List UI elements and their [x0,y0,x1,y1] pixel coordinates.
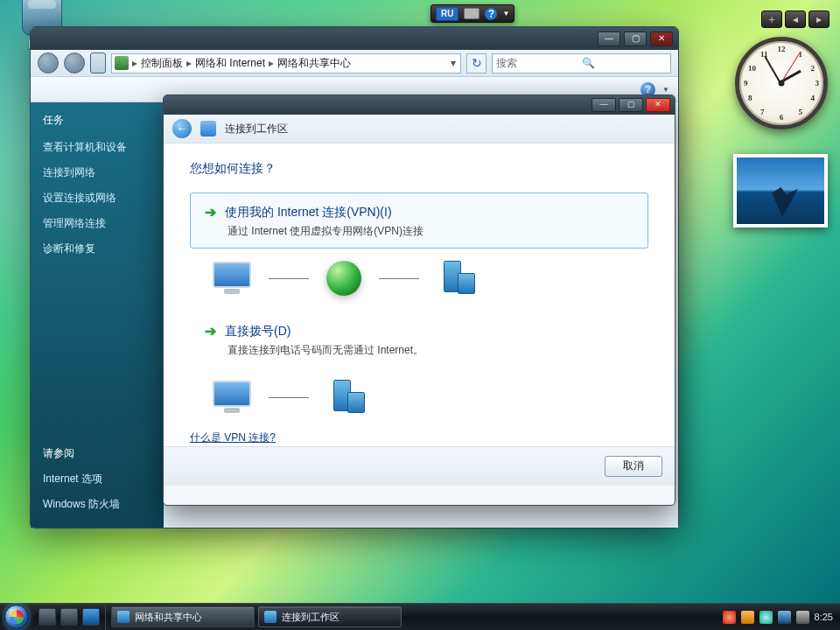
tray-alert-icon[interactable] [723,611,736,624]
language-code[interactable]: RU [436,7,458,21]
sidebar-item-diagnose[interactable]: 诊断和修复 [43,242,151,256]
wizard-close-button[interactable]: ✕ [646,98,670,112]
nav-back-button[interactable] [38,52,59,74]
tray-security-icon[interactable] [741,611,754,624]
taskbar-tasks: 网络和共享中心 连接到工作区 [106,604,716,630]
gadget-next-button[interactable]: ▸ [808,10,830,28]
network-icon [117,611,130,623]
help-icon[interactable]: ? [485,8,497,20]
clock-num: 7 [760,108,765,116]
wizard-maximize-button[interactable]: ▢ [619,98,643,112]
option-dialup-title: 直接拨号(D) [225,324,290,340]
wizard-question: 您想如何连接？ [190,161,648,177]
sidebar-item-view-computers[interactable]: 查看计算机和设备 [43,140,151,155]
option-vpn-title: 使用我的 Internet 连接(VPN)(I) [225,205,392,220]
option-vpn-desc: 通过 Internet 使用虚拟专用网络(VPN)连接 [228,224,634,239]
tray-network-icon[interactable] [778,611,791,624]
nav-recent-button[interactable] [90,52,106,74]
search-box[interactable]: 搜索 🔍 [492,53,671,74]
task-label: 网络和共享中心 [135,611,202,624]
explorer-sidebar: 任务 查看计算机和设备 连接到网络 设置连接或网络 管理网络连接 诊断和修复 请… [31,102,164,528]
langbar-dropdown-icon[interactable]: ▼ [502,10,509,18]
clock-num: 3 [816,79,820,88]
switch-windows-icon[interactable] [60,608,78,626]
globe-icon [326,261,361,296]
start-button[interactable] [0,604,33,630]
explorer-maximize-button[interactable]: ▢ [624,32,647,46]
option-dialup[interactable]: ➔ 直接拨号(D) 直接连接到电话号码而无需通过 Internet。 [190,312,648,368]
option-vpn[interactable]: ➔ 使用我的 Internet 连接(VPN)(I) 通过 Internet 使… [190,192,648,248]
sidebar-item-firewall[interactable]: Windows 防火墙 [43,497,151,512]
refresh-button[interactable]: ↻ [466,53,486,74]
task-network-center[interactable]: 网络和共享中心 [111,606,255,627]
show-desktop-icon[interactable] [38,608,56,626]
wizard-back-button[interactable]: ← [172,119,192,138]
connect-workplace-wizard: — ▢ ✕ ← 连接到工作区 您想如何连接？ ➔ 使用我的 Internet 连… [163,94,676,506]
what-is-vpn-link[interactable]: 什么是 VPN 连接? [190,430,276,445]
quick-launch [33,604,106,630]
server-icon [437,261,477,296]
wizard-titlebar[interactable]: — ▢ ✕ [164,95,675,115]
language-bar[interactable]: RU ? ▼ [430,4,514,23]
arrow-right-icon: ➔ [205,323,216,340]
computer-icon [213,262,251,295]
breadcrumb-seg-3[interactable]: 网络和共享中心 [274,56,354,71]
network-icon [264,611,276,623]
wizard-minimize-button[interactable]: — [592,98,616,112]
option-dialup-desc: 直接连接到电话号码而无需通过 Internet。 [228,343,634,358]
clock-num: 4 [811,94,816,102]
sidebar-item-manage-connections[interactable]: 管理网络连接 [43,216,151,231]
sidebar-item-connect-network[interactable]: 连接到网络 [43,165,151,180]
wizard-body: 您想如何连接？ ➔ 使用我的 Internet 连接(VPN)(I) 通过 In… [164,144,675,446]
keyboard-icon[interactable] [464,8,480,19]
wizard-title: 连接到工作区 [225,122,288,136]
explorer-close-button[interactable]: ✕ [650,32,673,46]
control-panel-icon [115,56,129,70]
vpn-diagram [213,261,648,296]
clock-num: 5 [799,108,803,116]
wizard-footer: 取消 [164,446,675,486]
tray-app-icon[interactable] [760,611,773,624]
dialup-diagram [213,380,648,415]
clock-num: 9 [744,79,748,88]
task-connect-workplace[interactable]: 连接到工作区 [258,606,402,627]
slideshow-gadget[interactable] [733,154,828,228]
explorer-minimize-button[interactable]: — [598,32,620,46]
sidebar-item-internet-options[interactable]: Internet 选项 [43,472,151,486]
wizard-header: ← 连接到工作区 [164,115,675,144]
tray-volume-icon[interactable] [796,611,809,624]
system-tray: 8:25 [716,604,840,630]
breadcrumb-seg-2[interactable]: 网络和 Internet [192,56,269,71]
breadcrumb-dropdown-icon[interactable]: ▾ [446,57,460,69]
tray-clock[interactable]: 8:25 [815,612,833,622]
search-placeholder: 搜索 [496,56,582,71]
cancel-button[interactable]: 取消 [605,456,662,477]
clock-second-hand [780,53,800,83]
clock-num: 12 [778,45,786,53]
explorer-nav: ▸ 控制面板 ▸ 网络和 Internet ▸ 网络和共享中心 ▾ ↻ 搜索 🔍 [31,50,678,77]
search-icon[interactable]: 🔍 [582,57,668,69]
gadget-prev-button[interactable]: ◂ [785,10,806,28]
clock-num: 6 [780,113,784,122]
gadget-add-button[interactable]: ＋ [761,10,782,28]
chevron-down-icon[interactable]: ▼ [662,86,669,94]
clock-gadget[interactable]: 12 1 2 3 4 5 6 7 8 9 10 11 [735,37,828,130]
task-label: 连接到工作区 [282,611,340,624]
clock-num: 8 [748,94,752,102]
computer-icon [213,381,251,414]
nav-forward-button[interactable] [64,52,85,74]
breadcrumb[interactable]: ▸ 控制面板 ▸ 网络和 Internet ▸ 网络和共享中心 ▾ [111,53,461,74]
ie-icon[interactable] [82,608,100,626]
breadcrumb-seg-1[interactable]: 控制面板 [137,56,186,71]
server-icon [326,380,367,415]
sidebar-item-setup-connection[interactable]: 设置连接或网络 [43,191,151,206]
desktop: 回收站 RU ? ▼ ＋ ◂ ▸ 12 1 2 3 4 5 6 7 8 9 10… [0,0,840,630]
network-icon [200,121,216,136]
clock-pin [779,80,785,87]
sidebar-see-also: 请参阅 [43,446,151,461]
windows-orb-icon [4,605,29,629]
clock-num: 10 [748,64,756,73]
taskbar: 网络和共享中心 连接到工作区 8:25 [0,603,840,630]
explorer-titlebar[interactable]: — ▢ ✕ [31,27,678,50]
sidebar-header: 任务 [43,113,151,128]
